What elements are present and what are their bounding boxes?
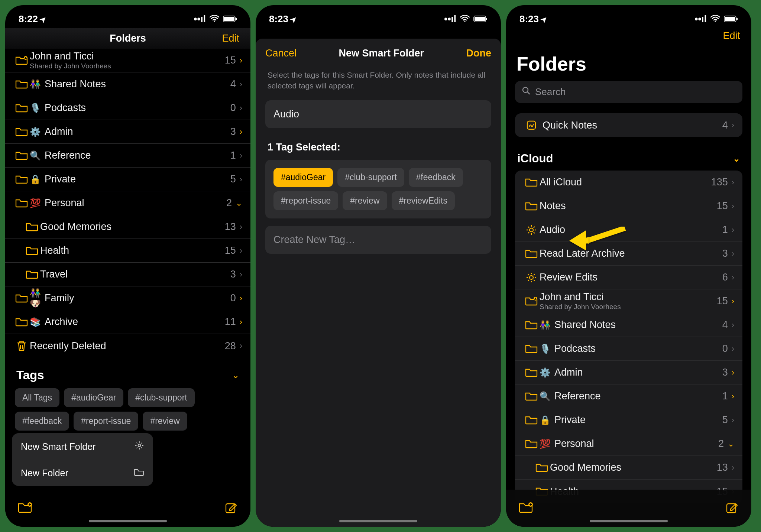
folder-icon: [13, 175, 30, 184]
tag-option[interactable]: #feedback: [409, 168, 463, 187]
tag-pill[interactable]: All Tags: [15, 388, 59, 407]
folder-emoji: 👫: [30, 79, 45, 90]
folder-label: Good Memories: [40, 221, 225, 233]
tag-pill[interactable]: #review: [143, 412, 187, 431]
chevron-right-icon: ›: [240, 222, 242, 232]
folder-icon: [523, 344, 540, 354]
location-icon: ➤: [38, 14, 49, 25]
cancel-button[interactable]: Cancel: [265, 48, 297, 59]
tag-pill[interactable]: #club-support: [128, 388, 194, 407]
wifi-icon: [460, 13, 470, 25]
svg-point-9: [464, 20, 466, 22]
svg-rect-11: [475, 17, 485, 21]
folder-row-del[interactable]: Recently Deleted28›: [5, 334, 250, 358]
chevron-down-icon[interactable]: ⌄: [232, 370, 239, 380]
trash-icon: [13, 340, 30, 352]
folder-row-health[interactable]: Health15›: [5, 239, 250, 263]
new-folder-option[interactable]: New Folder: [12, 460, 153, 486]
folder-row-priv[interactable]: 🔒Private5›: [5, 168, 250, 191]
signal-icon: ••ıl: [444, 13, 456, 25]
location-icon: ➤: [539, 14, 550, 25]
chevron-right-icon: ›: [240, 151, 242, 160]
folder-row-readlater[interactable]: Read Later Archive3›: [515, 242, 742, 266]
folder-emoji: 👫: [540, 320, 554, 330]
folder-icon: [13, 80, 30, 89]
quick-notes-row[interactable]: Quick Notes 4 ›: [515, 113, 742, 137]
folder-icon: [24, 246, 40, 256]
folder-label: Shared Notes: [554, 319, 722, 331]
compose-button[interactable]: [725, 501, 739, 516]
chevron-right-icon: ›: [240, 246, 242, 256]
folder-emoji: 🎙️: [30, 103, 45, 113]
folder-row-pers[interactable]: 💯Personal2⌄: [5, 191, 250, 215]
folder-sublabel: Shared by John Voorhees: [30, 62, 225, 70]
folder-row-pod[interactable]: 🎙️Podcasts0›: [515, 337, 742, 361]
folder-emoji: 🔒: [540, 415, 554, 425]
folder-row-ref[interactable]: 🔍Reference1›: [515, 385, 742, 408]
tag-option[interactable]: #report-issue: [273, 191, 338, 210]
done-button[interactable]: Done: [466, 48, 491, 59]
folder-row-notes[interactable]: Notes15›: [515, 194, 742, 218]
new-folder-button[interactable]: [18, 502, 33, 515]
folder-row-john[interactable]: John and TicciShared by John Voorhees15›: [515, 289, 742, 313]
folder-row-fam[interactable]: 👫🐶Family0›: [5, 286, 250, 310]
folder-count: 0: [722, 343, 728, 354]
tag-pill[interactable]: #audioGear: [64, 388, 123, 407]
folder-row-arch[interactable]: 📚Archive11›: [5, 310, 250, 334]
folder-row-pers[interactable]: 💯Personal2⌄: [515, 432, 742, 456]
folder-label: Private: [554, 414, 722, 426]
folder-icon: [523, 415, 540, 425]
folder-row-pod[interactable]: 🎙️Podcasts0›: [5, 96, 250, 120]
folder-label: Personal: [45, 197, 226, 209]
edit-button[interactable]: Edit: [723, 30, 740, 41]
folder-label: Travel: [40, 269, 230, 280]
icloud-header[interactable]: iCloud ⌄: [506, 147, 751, 171]
folder-icon: [24, 270, 40, 279]
tag-pill[interactable]: #feedback: [15, 412, 69, 431]
folder-row-admin[interactable]: ⚙️Admin3›: [5, 120, 250, 144]
folder-label: Podcasts: [45, 102, 230, 114]
tag-option[interactable]: #club-support: [337, 168, 404, 187]
folder-emoji: 🔍: [30, 150, 45, 161]
tag-option[interactable]: #review: [343, 191, 387, 210]
compose-button[interactable]: [224, 501, 238, 516]
new-smart-folder-option[interactable]: New Smart Folder: [12, 433, 153, 460]
page-title: Folders: [506, 42, 751, 81]
tag-pill[interactable]: #report-issue: [74, 412, 138, 431]
folder-row-ref[interactable]: 🔍Reference1›: [5, 144, 250, 168]
new-folder-button[interactable]: [519, 502, 534, 515]
folder-row-goodmem[interactable]: Good Memories13›: [515, 456, 742, 480]
folder-row-goodmem[interactable]: Good Memories13›: [5, 215, 250, 239]
quick-notes-label: Quick Notes: [543, 120, 722, 131]
folder-icon: [13, 151, 30, 160]
chevron-right-icon: ›: [240, 341, 242, 351]
smart-folder-sheet: Cancel New Smart Folder Done Select the …: [256, 39, 501, 527]
folder-name-input[interactable]: Audio: [265, 100, 491, 128]
folder-row-shared[interactable]: 👫Shared Notes4›: [5, 72, 250, 96]
tag-option[interactable]: #reviewEdits: [392, 191, 455, 210]
svg-rect-2: [224, 17, 234, 21]
folder-row-revedits[interactable]: Review Edits6›: [515, 266, 742, 289]
folder-emoji: 👫🐶: [30, 288, 45, 309]
folder-row-priv[interactable]: 🔒Private5›: [515, 408, 742, 432]
folder-row-travel[interactable]: Travel3›: [5, 263, 250, 286]
folder-emoji: 💯: [30, 198, 45, 208]
folder-row-admin[interactable]: ⚙️Admin3›: [515, 361, 742, 385]
search-input[interactable]: Search: [515, 81, 742, 103]
selected-tags-heading: 1 Tag Selected:: [265, 128, 491, 160]
create-new-tag-input[interactable]: Create New Tag…: [265, 226, 491, 254]
folder-row-all[interactable]: All iCloud135›: [515, 171, 742, 194]
folder-row-shared[interactable]: 👫Shared Notes4›: [515, 313, 742, 337]
folder-count: 1: [230, 150, 236, 161]
folder-row-audio[interactable]: Audio1›: [515, 218, 742, 242]
tag-option[interactable]: #audioGear: [273, 168, 333, 187]
new-smart-folder-label: New Smart Folder: [21, 441, 95, 452]
folder-row-john[interactable]: John and TicciShared by John Voorhees15›: [5, 49, 250, 72]
folder-count: 11: [225, 316, 236, 328]
chevron-right-icon: ›: [732, 368, 734, 377]
chevron-right-icon: ›: [240, 103, 242, 113]
edit-button[interactable]: Edit: [222, 33, 239, 44]
signal-icon: ••ıl: [194, 13, 206, 25]
folder-icon: [523, 368, 540, 377]
folder-count: 4: [230, 78, 236, 90]
